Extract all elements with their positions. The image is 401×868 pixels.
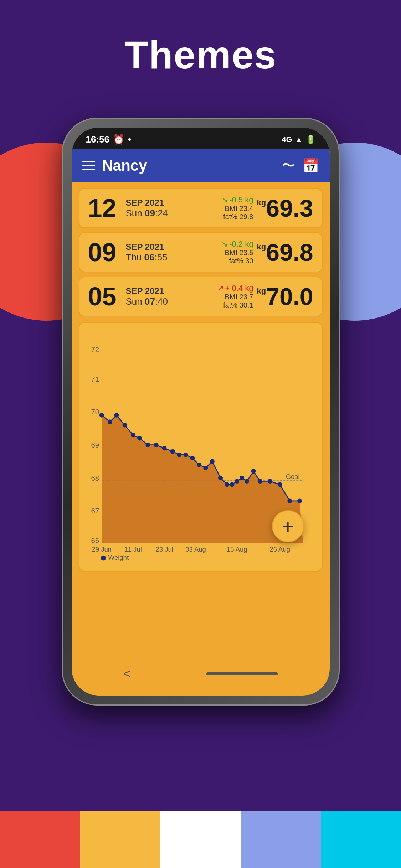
- svg-text:Weight: Weight: [108, 554, 128, 561]
- entry-weight-dec-3: .0: [293, 284, 313, 309]
- page-title: Themes: [0, 32, 401, 77]
- entries-list: 12 SEP 2021 Sun 09:24 ↘ -0.5 kg BMI 23.4…: [72, 182, 330, 316]
- trend-up-icon-3: ↗: [217, 284, 224, 293]
- status-bar-right: 4G ▲ 🔋: [282, 135, 315, 144]
- stripe-red: [0, 811, 80, 868]
- svg-point-27: [225, 482, 229, 487]
- svg-point-21: [183, 453, 188, 457]
- entry-stats-1: ↘ -0.5 kg BMI 23.4 fat% 29.8: [221, 195, 253, 221]
- svg-point-23: [196, 463, 201, 467]
- weight-entry-2[interactable]: 09 SEP 2021 Thu 06:55 ↘ -0.2 kg BMI 23.6…: [79, 232, 323, 272]
- entry-date-info-1: SEP 2021 Sun 09:24: [126, 198, 222, 219]
- home-indicator[interactable]: [206, 672, 278, 675]
- signal-icon: ▲: [295, 135, 303, 144]
- entry-day-1: 12: [88, 195, 120, 221]
- entry-day-time-3: Sun 07:40: [126, 296, 217, 307]
- entry-stats-2: ↘ -0.2 kg BMI 23.6 fat% 30: [221, 239, 253, 265]
- svg-point-19: [170, 449, 175, 454]
- stripe-lavender: [241, 811, 321, 868]
- menu-button[interactable]: [82, 161, 95, 170]
- svg-point-36: [287, 498, 292, 503]
- entry-change-3: ↗ + 0.4 kg: [217, 284, 253, 293]
- svg-point-37: [297, 498, 302, 503]
- svg-point-22: [190, 456, 195, 460]
- svg-point-31: [245, 479, 249, 484]
- phone-screen: 16:56 ⏰ • 4G ▲ 🔋 Nancy 〜: [72, 128, 330, 696]
- svg-point-35: [277, 482, 282, 487]
- phone-bottom-nav: <: [72, 663, 330, 685]
- app-bar: Nancy 〜 📅: [72, 149, 330, 182]
- svg-text:23 Jul: 23 Jul: [155, 546, 173, 553]
- phone-mockup: 16:56 ⏰ • 4G ▲ 🔋 Nancy 〜: [62, 118, 340, 706]
- weight-entry-3[interactable]: 05 SEP 2021 Sun 07:40 ↗ + 0.4 kg BMI 23.…: [79, 277, 323, 316]
- entry-day-time-2: Thu 06:55: [126, 252, 222, 263]
- svg-point-11: [107, 419, 112, 424]
- trend-down-icon-1: ↘: [221, 195, 228, 205]
- svg-text:72: 72: [91, 346, 99, 353]
- entry-date-info-3: SEP 2021 Sun 07:40: [126, 286, 217, 307]
- svg-point-25: [210, 459, 214, 464]
- svg-text:Goal: Goal: [286, 473, 299, 480]
- time-display: 16:56: [86, 134, 110, 145]
- entry-change-1: ↘ -0.5 kg: [221, 195, 253, 205]
- svg-text:26 Aug: 26 Aug: [269, 546, 290, 553]
- svg-point-13: [122, 423, 127, 428]
- bottom-stripes: [0, 811, 401, 868]
- entry-day-3: 05: [88, 284, 120, 309]
- entry-weight-dec-2: .8: [293, 240, 313, 264]
- svg-point-15: [137, 436, 142, 441]
- entry-day-2: 09: [88, 239, 120, 265]
- phone-frame: 16:56 ⏰ • 4G ▲ 🔋 Nancy 〜: [62, 118, 340, 706]
- hamburger-line-1: [82, 161, 95, 162]
- svg-point-34: [267, 479, 272, 484]
- back-arrow[interactable]: <: [123, 666, 131, 681]
- entry-weight-2: kg 69.8: [257, 240, 313, 264]
- app-title: Nancy: [102, 157, 274, 174]
- entry-unit-top-2: kg: [257, 243, 266, 251]
- entry-weight-int-2: 69: [266, 240, 293, 264]
- svg-text:71: 71: [91, 375, 99, 383]
- svg-text:15 Aug: 15 Aug: [227, 546, 247, 553]
- notch: [165, 128, 236, 145]
- entry-change-2: ↘ -0.2 kg: [221, 239, 253, 249]
- trend-down-icon-2: ↘: [221, 239, 228, 249]
- entry-fat-3: fat% 30.1: [217, 301, 253, 309]
- svg-point-32: [251, 469, 256, 474]
- add-entry-button[interactable]: +: [272, 510, 304, 542]
- trend-icon[interactable]: 〜: [282, 156, 295, 175]
- svg-point-29: [235, 479, 239, 484]
- entry-fat-1: fat% 29.8: [221, 213, 253, 221]
- status-bar-left: 16:56 ⏰ •: [86, 134, 132, 145]
- weight-entry-1[interactable]: 12 SEP 2021 Sun 09:24 ↘ -0.5 kg BMI 23.4…: [79, 188, 323, 228]
- calendar-icon[interactable]: 📅: [302, 158, 319, 174]
- svg-point-30: [240, 476, 244, 480]
- stripe-cyan: [321, 811, 401, 868]
- entry-month-year-1: SEP 2021: [126, 198, 222, 208]
- status-bar: 16:56 ⏰ • 4G ▲ 🔋: [72, 128, 330, 149]
- svg-point-17: [154, 443, 158, 447]
- entry-weight-int-1: 69: [266, 196, 293, 220]
- stripe-white: [160, 811, 241, 868]
- svg-point-20: [177, 453, 181, 457]
- svg-text:68: 68: [91, 474, 99, 482]
- entry-weight-3: kg 70.0: [257, 284, 313, 309]
- svg-point-26: [218, 476, 223, 480]
- svg-text:03 Aug: 03 Aug: [185, 546, 206, 553]
- entry-unit-top-1: kg: [257, 199, 266, 207]
- alarm-icon: ⏰: [113, 134, 124, 145]
- stripe-orange: [80, 811, 160, 868]
- svg-point-12: [114, 413, 119, 418]
- hamburger-line-2: [82, 165, 95, 166]
- entry-fat-2: fat% 30: [221, 257, 253, 265]
- battery-icon: 🔋: [306, 135, 315, 144]
- hamburger-line-3: [82, 169, 95, 170]
- entry-month-year-2: SEP 2021: [126, 242, 222, 252]
- svg-point-33: [258, 479, 262, 484]
- entry-weight-int-3: 70: [266, 284, 293, 309]
- entry-weight-dec-1: .3: [293, 196, 313, 220]
- dot-indicator: •: [128, 134, 131, 145]
- svg-text:70: 70: [91, 408, 99, 416]
- svg-text:69: 69: [91, 441, 99, 449]
- entry-bmi-2: BMI 23.6: [221, 249, 253, 257]
- entry-month-year-3: SEP 2021: [126, 286, 217, 296]
